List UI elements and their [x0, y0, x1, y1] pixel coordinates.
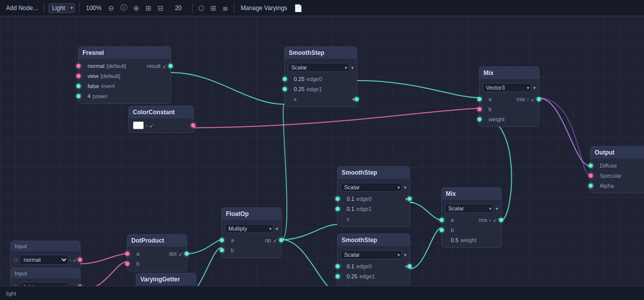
- color-port-out[interactable]: [191, 123, 195, 127]
- mix2-port-b[interactable]: [440, 228, 444, 232]
- zoom-reset-button[interactable]: ⓘ: [119, 2, 129, 14]
- node-mix1: Mix Vector3 ▾ a mix › ↙: [479, 66, 539, 127]
- output-header[interactable]: Output: [591, 146, 644, 159]
- layout-button2[interactable]: ⊟: [156, 3, 165, 14]
- fresnel-port-power-in[interactable]: [76, 94, 80, 98]
- arrange-grid-button[interactable]: ⊞: [209, 3, 218, 14]
- save-button[interactable]: 📄: [292, 3, 304, 14]
- mix1-a-label: a: [489, 96, 492, 102]
- grid-size: 20: [168, 5, 188, 12]
- arrange-list-button[interactable]: ≣: [221, 3, 230, 14]
- smoothstep3-edge0-row: 0.1 edge0 ▾: [338, 261, 410, 271]
- floatop-port-out[interactable]: [279, 238, 283, 242]
- smoothstep1-port-edge0[interactable]: [283, 77, 287, 81]
- smoothstep2-body: Scalar ▾ 0.1 edge0 ▾ 0.1 edge1 x: [338, 179, 410, 226]
- dotproduct-port-a[interactable]: [125, 252, 129, 256]
- layout-icon1: ⊞: [145, 4, 151, 12]
- smoothstep3-header[interactable]: SmoothStep: [338, 234, 410, 246]
- node-floatop: FloatOp Multiply ▾ a op ↙ b: [221, 207, 282, 258]
- mix2-header[interactable]: Mix: [442, 188, 501, 200]
- smoothstep2-port-edge1[interactable]: [336, 207, 340, 211]
- zoom-in-button[interactable]: ⊕: [132, 3, 141, 14]
- fresnel-header[interactable]: Fresnel: [78, 47, 171, 59]
- mix2-type-select[interactable]: Scalar: [445, 204, 494, 213]
- fresnel-port-view-in[interactable]: [76, 74, 80, 78]
- smoothstep1-type-select[interactable]: Scalar: [288, 63, 349, 72]
- output-port-diffuse[interactable]: [589, 164, 593, 168]
- node-canvas[interactable]: Fresnel normal [default] result ↙ view […: [0, 16, 644, 300]
- smoothstep3-port-edge1[interactable]: [336, 274, 340, 278]
- mix1-type-select[interactable]: Vector3: [482, 83, 531, 92]
- zoom-out-button[interactable]: ⊖: [107, 3, 116, 14]
- dotproduct-port-b[interactable]: [125, 262, 129, 266]
- mix1-b-label: b: [489, 106, 492, 112]
- input1-select[interactable]: normal: [19, 255, 68, 265]
- floatop-header[interactable]: FloatOp: [222, 208, 281, 220]
- output-port-specular[interactable]: [589, 174, 593, 178]
- smoothstep2-x-label: x: [347, 216, 350, 222]
- floatop-port-a[interactable]: [220, 238, 224, 242]
- fresnel-power-val: 4: [88, 93, 91, 99]
- smoothstep3-edge1-label: edge1: [359, 273, 375, 279]
- node-dotproduct: DotProduct a dot ↙ b: [127, 234, 187, 271]
- mix1-port-weight[interactable]: [477, 117, 481, 121]
- floatop-type-row: Multiply ▾: [222, 222, 281, 235]
- dotproduct-a-label: a: [136, 251, 139, 257]
- smoothstep3-edge0-val: 0.1: [347, 263, 354, 269]
- dotproduct-port-out[interactable]: [185, 252, 189, 256]
- smoothstep2-header[interactable]: SmoothStep: [338, 167, 410, 179]
- smoothstep1-header[interactable]: SmoothStep: [285, 47, 357, 59]
- input1-port-out[interactable]: [78, 258, 82, 262]
- mix1-port-b[interactable]: [477, 107, 481, 111]
- smoothstep1-port-out[interactable]: [355, 97, 359, 101]
- fresnel-power-label: power: [93, 93, 108, 99]
- manage-varyings-button[interactable]: Manage Varyings: [238, 4, 289, 13]
- input1-body: ⬡ normal › ↙: [11, 251, 80, 268]
- mix2-port-a[interactable]: [440, 218, 444, 222]
- floatop-type-select[interactable]: Multiply: [225, 224, 274, 233]
- smoothstep3-port-edge0[interactable]: [336, 264, 340, 268]
- color-swatch[interactable]: [133, 121, 144, 129]
- fresnel-row-invert: false invert: [78, 81, 171, 91]
- mix1-port-out[interactable]: [537, 97, 541, 101]
- fresnel-port-invert-in[interactable]: [76, 84, 80, 88]
- floatop-body: Multiply ▾ a op ↙ b: [222, 220, 281, 257]
- mix1-collapse-arrow: ▾: [533, 85, 536, 91]
- varyinggetter-header[interactable]: VaryingGetter: [136, 273, 196, 285]
- zoom-in-icon: ⊕: [133, 4, 139, 12]
- smoothstep2-port-out[interactable]: [408, 197, 412, 201]
- arrange-up-button[interactable]: ⬡: [197, 3, 206, 14]
- floatop-port-b[interactable]: [220, 248, 224, 252]
- mix1-port-a[interactable]: [477, 97, 481, 101]
- fresnel-port-normal-in[interactable]: [76, 64, 80, 68]
- smoothstep3-edge1-val: 0.25: [347, 273, 357, 279]
- varyinggetter-title: VaryingGetter: [140, 276, 180, 283]
- node-smoothstep1: SmoothStep Scalar ▾ 0.25 edge0 0.25 edge…: [284, 46, 357, 107]
- save-icon: 📄: [294, 4, 302, 12]
- output-alpha-row: Alpha: [591, 181, 644, 191]
- output-specular-row: Specular: [591, 171, 644, 181]
- mix1-out-collapse: ↙: [531, 97, 535, 102]
- smoothstep3-type-select[interactable]: Scalar: [341, 250, 402, 259]
- shader-select[interactable]: Light: [48, 3, 75, 13]
- add-node-button[interactable]: Add Node...: [4, 4, 40, 13]
- smoothstep2-edge1-label: edge1: [356, 206, 372, 212]
- layout-button1[interactable]: ⊞: [144, 3, 153, 14]
- mix2-port-out[interactable]: [499, 218, 503, 222]
- input1-arrow: ›: [70, 257, 71, 263]
- fresnel-port-result-out[interactable]: [169, 64, 173, 68]
- smoothstep3-port-out[interactable]: [408, 264, 412, 268]
- color-constant-header[interactable]: ColorConstant: [129, 106, 193, 118]
- toolbar: Add Node... Light ▾ 100% ⊖ ⓘ ⊕ ⊞ ⊟ 20 ⬡ …: [0, 0, 644, 16]
- mix1-header[interactable]: Mix: [479, 67, 539, 79]
- smoothstep2-type-select[interactable]: Scalar: [341, 183, 402, 192]
- smoothstep1-type-row: Scalar ▾: [285, 61, 357, 74]
- dotproduct-header[interactable]: DotProduct: [127, 235, 187, 247]
- mix2-weight-row: 0.5 weight: [442, 235, 501, 245]
- mix1-body: Vector3 ▾ a mix › ↙ b weight: [479, 79, 539, 126]
- output-port-alpha[interactable]: [589, 184, 593, 188]
- mix2-body: Scalar ▾ a mix › ↙ b 0.5 weight: [442, 200, 501, 247]
- smoothstep1-port-edge1[interactable]: [283, 87, 287, 91]
- output-specular-label: Specular: [600, 173, 621, 179]
- smoothstep2-port-edge0[interactable]: [336, 197, 340, 201]
